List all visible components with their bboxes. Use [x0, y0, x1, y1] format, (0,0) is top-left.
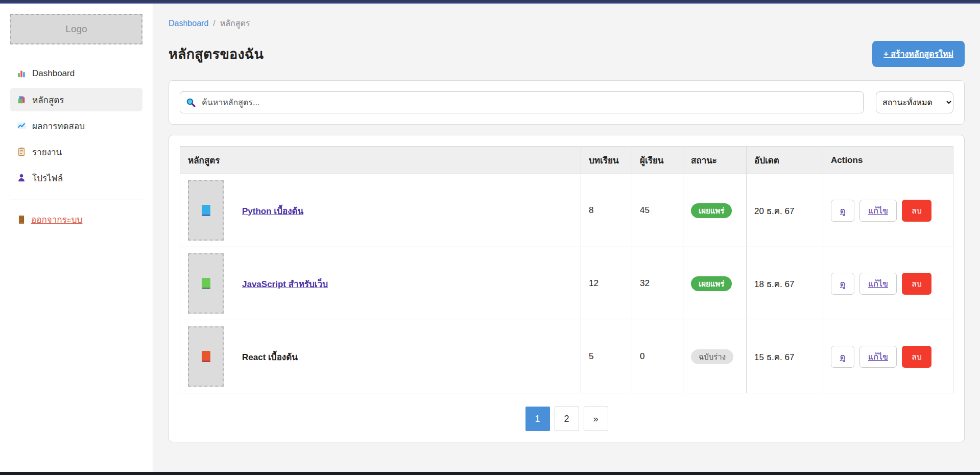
status-badge: ฉบับร่าง — [691, 349, 733, 364]
breadcrumb-separator: / — [213, 19, 215, 28]
page-header: หลักสูตรของฉัน + สร้างหลักสูตรใหม่ — [169, 41, 965, 67]
window-bottom-bar — [0, 472, 980, 475]
books-icon — [17, 95, 26, 104]
table-row: Python เบื้องต้น 8 45 เผยแพร่ 20 ธ.ค. 67… — [180, 174, 953, 247]
table-row: JavaScript สำหรับเว็บ 12 32 เผยแพร่ 18 ธ… — [180, 247, 953, 320]
search-icon — [186, 98, 196, 108]
updated-cell: 20 ธ.ค. 67 — [747, 174, 823, 247]
sidebar: Logo Dashboard หลักสูตร ผลการทดสอบ รายงา… — [0, 4, 153, 472]
search-field-wrap — [180, 91, 864, 113]
status-badge: เผยแพร่ — [691, 276, 732, 291]
clipboard-icon — [17, 147, 26, 156]
course-thumbnail — [188, 253, 224, 314]
course-table-card: หลักสูตรบทเรียนผู้เรียนสถานะอัปเดตAction… — [169, 135, 965, 442]
sidebar-item-label: หลักสูตร — [32, 93, 64, 107]
breadcrumb-current: หลักสูตร — [220, 17, 250, 30]
lessons-cell: 5 — [581, 320, 632, 393]
sidebar-item-label: โปรไฟล์ — [32, 171, 63, 185]
table-row: React เบื้องต้น 5 0 ฉบับร่าง 15 ธ.ค. 67 … — [180, 320, 953, 393]
course-cell: React เบื้องต้น — [180, 320, 581, 393]
sidebar-item-label: รายงาน — [32, 145, 62, 159]
door-icon — [17, 215, 26, 224]
column-header-updated: อัปเดต — [747, 147, 823, 174]
status-cell: เผยแพร่ — [683, 247, 747, 320]
sidebar-item-profile[interactable]: โปรไฟล์ — [10, 166, 142, 189]
status-cell: เผยแพร่ — [683, 174, 747, 247]
delete-button[interactable]: ลบ — [902, 346, 931, 368]
actions-cell: ดู แก้ไข ลบ — [823, 247, 953, 320]
course-thumbnail — [188, 326, 224, 387]
logout-link[interactable]: ออกจากระบบ — [10, 212, 89, 226]
pagination-next-button[interactable]: » — [584, 407, 608, 431]
sidebar-item-reports[interactable]: รายงาน — [10, 140, 142, 163]
delete-button[interactable]: ลบ — [902, 273, 931, 295]
lessons-cell: 8 — [581, 174, 632, 247]
search-input[interactable] — [180, 91, 864, 113]
course-title[interactable]: JavaScript สำหรับเว็บ — [242, 277, 328, 291]
pagination-page-1[interactable]: 1 — [525, 407, 550, 431]
sidebar-nav: Dashboard หลักสูตร ผลการทดสอบ รายงาน โปร… — [10, 62, 142, 189]
sidebar-item-label: Dashboard — [32, 68, 75, 79]
sidebar-item-label: ผลการทดสอบ — [32, 119, 85, 133]
table-header-row: หลักสูตรบทเรียนผู้เรียนสถานะอัปเดตAction… — [180, 147, 953, 174]
pagination: 12» — [180, 407, 953, 431]
sidebar-item-dashboard[interactable]: Dashboard — [10, 62, 142, 85]
sidebar-divider — [10, 200, 142, 200]
book-icon — [202, 205, 210, 216]
view-button[interactable]: ดู — [831, 273, 854, 295]
course-cell: Python เบื้องต้น — [180, 174, 581, 247]
sidebar-item-courses[interactable]: หลักสูตร — [10, 88, 142, 111]
filter-card: สถานะทั้งหมด — [169, 80, 965, 125]
view-button[interactable]: ดู — [831, 346, 854, 368]
students-cell: 45 — [632, 174, 683, 247]
status-badge: เผยแพร่ — [691, 203, 732, 218]
column-header-course: หลักสูตร — [180, 147, 581, 174]
logo-placeholder: Logo — [10, 14, 142, 44]
bar-chart-icon — [17, 69, 26, 78]
course-table: หลักสูตรบทเรียนผู้เรียนสถานะอัปเดตAction… — [180, 146, 953, 393]
page-title: หลักสูตรของฉัน — [169, 43, 264, 65]
course-title[interactable]: Python เบื้องต้น — [242, 204, 303, 218]
status-filter-select[interactable]: สถานะทั้งหมด — [876, 91, 953, 113]
column-header-status: สถานะ — [683, 147, 747, 174]
view-button[interactable]: ดู — [831, 200, 854, 222]
breadcrumb: Dashboard / หลักสูตร — [169, 17, 965, 30]
delete-button[interactable]: ลบ — [902, 200, 931, 222]
students-cell: 0 — [632, 320, 683, 393]
breadcrumb-dashboard-link[interactable]: Dashboard — [169, 19, 208, 28]
updated-cell: 15 ธ.ค. 67 — [747, 320, 823, 393]
students-cell: 32 — [632, 247, 683, 320]
status-cell: ฉบับร่าง — [683, 320, 747, 393]
logo-label: Logo — [65, 23, 87, 35]
column-header-students: ผู้เรียน — [632, 147, 683, 174]
create-course-button[interactable]: + สร้างหลักสูตรใหม่ — [872, 41, 965, 67]
pagination-page-2[interactable]: 2 — [555, 407, 579, 431]
edit-button[interactable]: แก้ไข — [859, 273, 897, 295]
actions-cell: ดู แก้ไข ลบ — [823, 174, 953, 247]
course-table-body: Python เบื้องต้น 8 45 เผยแพร่ 20 ธ.ค. 67… — [180, 174, 953, 393]
updated-cell: 18 ธ.ค. 67 — [747, 247, 823, 320]
sidebar-item-test-results[interactable]: ผลการทดสอบ — [10, 114, 142, 137]
column-header-actions: Actions — [823, 147, 953, 174]
column-header-lessons: บทเรียน — [581, 147, 632, 174]
book-icon — [202, 278, 210, 289]
book-icon — [202, 351, 210, 362]
edit-button[interactable]: แก้ไข — [859, 346, 897, 368]
app-shell: Logo Dashboard หลักสูตร ผลการทดสอบ รายงา… — [0, 4, 980, 472]
window-top-bar — [0, 0, 980, 4]
person-icon — [17, 173, 26, 182]
course-cell: JavaScript สำหรับเว็บ — [180, 247, 581, 320]
line-chart-icon — [17, 121, 26, 130]
edit-button[interactable]: แก้ไข — [859, 200, 897, 222]
actions-cell: ดู แก้ไข ลบ — [823, 320, 953, 393]
logout-label: ออกจากระบบ — [31, 212, 82, 226]
course-title: React เบื้องต้น — [242, 350, 298, 364]
lessons-cell: 12 — [581, 247, 632, 320]
course-thumbnail — [188, 180, 224, 241]
main-content: Dashboard / หลักสูตร หลักสูตรของฉัน + สร… — [153, 4, 980, 472]
